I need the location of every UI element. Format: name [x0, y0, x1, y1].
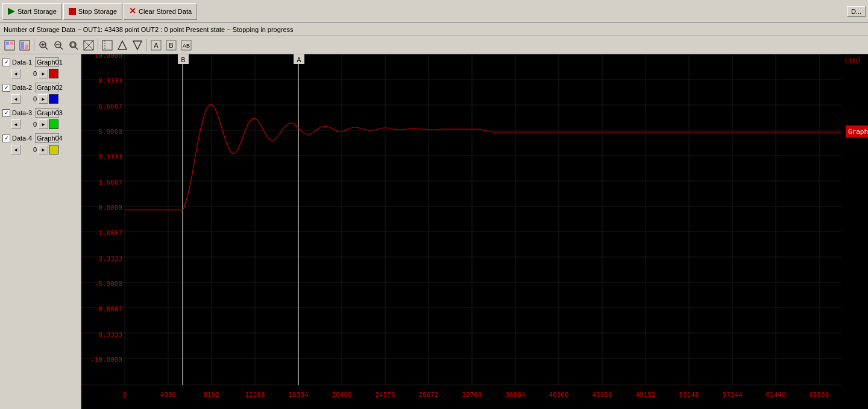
zoom-fit-icon[interactable] — [66, 38, 81, 52]
main-toolbar: Start Storage Stop Storage ✕ Clear Store… — [0, 0, 868, 23]
channel-4-right-btn[interactable]: ► — [39, 145, 48, 154]
svg-rect-2 — [10, 42, 13, 45]
svg-rect-5 — [25, 45, 28, 49]
channel-4-row: Data-4 Graph04 — [1, 133, 80, 144]
channel-4-checkbox[interactable] — [2, 135, 10, 142]
channel-4-left-btn[interactable]: ◄ — [11, 145, 20, 154]
svg-rect-19 — [102, 40, 112, 50]
up-arrow-icon[interactable] — [115, 38, 130, 52]
svg-marker-21 — [118, 41, 127, 49]
channel-1-color[interactable] — [49, 69, 58, 78]
svg-text:0: 0 — [123, 391, 127, 399]
channel-4-color[interactable] — [49, 145, 58, 154]
channel-3-left-btn[interactable]: ◄ — [11, 119, 20, 129]
channel-2-color[interactable] — [49, 94, 58, 104]
icon-sep-3 — [146, 39, 147, 51]
svg-text:(mm): (mm) — [844, 56, 861, 65]
icon-toolbar: A B AB — [0, 36, 868, 54]
right-panel-button[interactable]: D... — [847, 6, 866, 17]
channel-3-checkbox[interactable] — [2, 109, 10, 117]
down-arrow-icon[interactable] — [130, 38, 145, 52]
svg-text:A: A — [297, 56, 301, 63]
right-panel-label: D... — [851, 8, 861, 15]
stop-icon — [69, 8, 76, 15]
icon-image1[interactable] — [2, 38, 17, 52]
svg-marker-22 — [133, 41, 142, 49]
chart-area[interactable]: 10.0000 8.3333 6.6667 5.0000 3.3333 1.66… — [81, 54, 868, 409]
channel-1-controls: ◄ 0 ► — [1, 69, 80, 78]
zoom-all-icon[interactable] — [81, 38, 96, 52]
channel-2-checkbox[interactable] — [2, 84, 10, 92]
zoom-in-icon[interactable] — [36, 38, 51, 52]
svg-text:AB: AB — [183, 43, 190, 49]
svg-text:4096: 4096 — [160, 391, 177, 399]
channel-1-graph[interactable]: Graph01 — [35, 57, 59, 67]
cursor-a-icon[interactable]: A — [149, 38, 163, 52]
channel-3-value: 0 — [21, 121, 38, 128]
stop-label: Stop Storage — [78, 8, 117, 15]
main-content: Data-1 Graph01 ◄ 0 ► Data-2 Graph02 ◄ 0 … — [0, 54, 868, 409]
cursor-ab-icon[interactable]: AB — [179, 38, 193, 52]
channel-1-checkbox[interactable] — [2, 59, 10, 66]
svg-text:-6.6667: -6.6667 — [95, 305, 122, 313]
svg-text:-5.0000: -5.0000 — [95, 280, 122, 288]
clear-icon: ✕ — [129, 8, 136, 15]
cursor-b-icon[interactable]: B — [164, 38, 178, 52]
svg-text:12288: 12288 — [245, 391, 265, 399]
icon-sep-2 — [98, 39, 98, 51]
svg-text:45056: 45056 — [592, 391, 612, 399]
svg-text:57344: 57344 — [722, 391, 742, 399]
channel-2-left-btn[interactable]: ◄ — [11, 94, 20, 104]
svg-line-11 — [60, 47, 63, 49]
icon-image2[interactable] — [17, 38, 32, 52]
svg-line-14 — [75, 47, 78, 49]
channel-2-right-btn[interactable]: ► — [39, 94, 48, 104]
svg-text:28672: 28672 — [418, 391, 438, 399]
svg-rect-15 — [71, 43, 75, 46]
svg-text:-3.3333: -3.3333 — [95, 255, 122, 262]
svg-text:A: A — [154, 42, 159, 49]
channel-2-controls: ◄ 0 ► — [1, 94, 80, 104]
svg-text:24576: 24576 — [375, 391, 395, 399]
cursor-set-icon[interactable] — [100, 38, 115, 52]
channel-2-row: Data-2 Graph02 — [1, 82, 80, 93]
channel-3-color[interactable] — [49, 119, 58, 129]
channel-1-left-btn[interactable]: ◄ — [11, 69, 20, 78]
svg-rect-4 — [21, 42, 24, 49]
clear-storage-button[interactable]: ✕ Clear Stored Data — [124, 3, 197, 20]
svg-text:32768: 32768 — [462, 391, 482, 399]
stop-storage-button[interactable]: Stop Storage — [63, 3, 122, 20]
svg-text:-10.0000: -10.0000 — [90, 356, 122, 364]
chart-svg: 10.0000 8.3333 6.6667 5.0000 3.3333 1.66… — [81, 54, 868, 409]
svg-text:5.0000: 5.0000 — [98, 128, 122, 136]
channel-1-value: 0 — [21, 70, 38, 77]
channel-2-name: Data-2 — [12, 84, 35, 91]
channel-1-right-btn[interactable]: ► — [39, 69, 48, 78]
svg-text:-8.3333: -8.3333 — [95, 331, 122, 338]
channel-1-row: Data-1 Graph01 — [1, 57, 80, 68]
svg-line-7 — [45, 47, 48, 49]
channel-2-value: 0 — [21, 95, 38, 103]
svg-text:16384: 16384 — [288, 391, 308, 399]
svg-text:-1.6667: -1.6667 — [95, 229, 122, 237]
channel-3-graph[interactable]: Graph03 — [35, 108, 59, 118]
svg-text:8192: 8192 — [204, 391, 220, 399]
svg-text:10.0000: 10.0000 — [95, 54, 122, 60]
channel-3-right-btn[interactable]: ► — [39, 119, 48, 129]
svg-text:B: B — [169, 42, 173, 49]
start-label: Start Storage — [17, 8, 57, 15]
svg-text:6.6667: 6.6667 — [98, 103, 122, 110]
channel-2-graph[interactable]: Graph02 — [35, 83, 59, 92]
channel-4-graph[interactable]: Graph04 — [35, 133, 59, 143]
zoom-out-icon[interactable] — [51, 38, 66, 52]
svg-text:61440: 61440 — [766, 391, 785, 399]
svg-rect-1 — [6, 42, 9, 45]
svg-text:65536: 65536 — [809, 391, 829, 399]
clear-label: Clear Stored Data — [139, 8, 192, 15]
svg-text:8.3333: 8.3333 — [98, 77, 122, 85]
svg-text:20480: 20480 — [332, 391, 351, 399]
svg-text:B: B — [181, 56, 185, 63]
start-icon — [8, 8, 15, 15]
channel-3-name: Data-3 — [12, 109, 35, 116]
start-storage-button[interactable]: Start Storage — [2, 3, 62, 20]
